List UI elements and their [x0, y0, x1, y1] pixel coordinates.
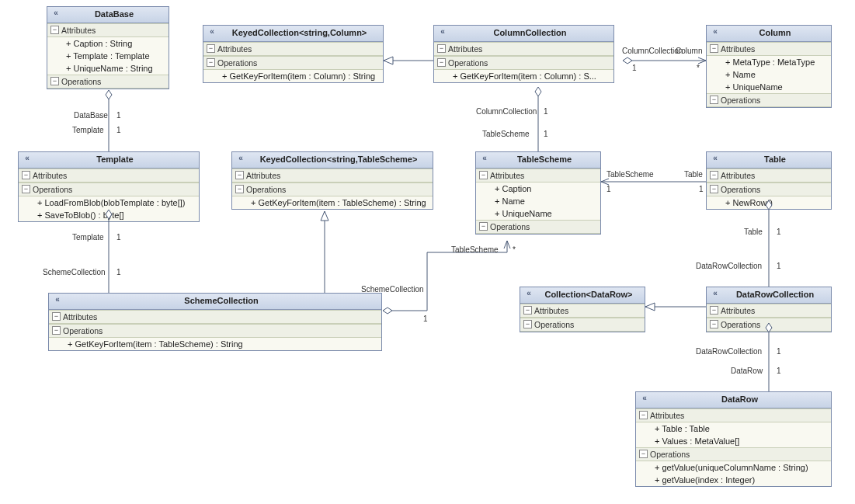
label-star: * [697, 64, 700, 72]
attributes-section: −Attributes [707, 42, 831, 56]
minus-icon[interactable]: − [710, 96, 718, 104]
minus-icon[interactable]: − [50, 26, 59, 34]
label-1: 1 [116, 233, 121, 242]
chevron-up-icon: « [711, 27, 720, 36]
attributes-section: −Attributes [232, 169, 433, 182]
operations-section: −Operations [707, 318, 831, 332]
class-title: «KeyedCollection<string,TableScheme> [232, 152, 433, 169]
attribute-item: + UniqueName [476, 207, 600, 220]
attributes-section: −Attributes [707, 304, 831, 318]
label-column-collection: ColumnCollection [622, 47, 683, 55]
operations-section: −Operations [203, 56, 383, 70]
minus-icon[interactable]: − [235, 171, 244, 179]
operation-item: + SaveToBlob() : byte[] [19, 209, 199, 221]
class-column-collection[interactable]: «ColumnCollection −Attributes −Operation… [433, 25, 614, 83]
minus-icon[interactable]: − [710, 185, 718, 193]
label-1: 1 [632, 64, 637, 72]
minus-icon[interactable]: − [479, 222, 488, 231]
minus-icon[interactable]: − [639, 411, 648, 419]
operation-item: + getValue(uniqueColumnName : String) [636, 461, 831, 474]
class-scheme-collection[interactable]: «SchemeCollection −Attributes −Operation… [48, 293, 382, 351]
class-column[interactable]: «Column −Attributes + MetaType : MetaTyp… [706, 25, 832, 108]
label-1: 1 [423, 315, 428, 323]
minus-icon[interactable]: − [479, 171, 488, 179]
class-title: «DataRowCollection [707, 287, 831, 304]
label-1: 1 [777, 262, 781, 270]
operation-item: + GetKeyForItem(item : TableScheme) : St… [49, 338, 381, 350]
chevron-up-icon: « [640, 394, 649, 403]
class-database[interactable]: «DataBase −Attributes + Caption : String… [47, 6, 169, 89]
attributes-section: −Attributes [520, 304, 645, 318]
label-1: 1 [116, 268, 121, 276]
label-column: Column [676, 47, 702, 55]
minus-icon[interactable]: − [235, 185, 244, 193]
class-title: «Column [707, 26, 831, 42]
minus-icon[interactable]: − [523, 306, 532, 315]
minus-icon[interactable]: − [52, 326, 61, 335]
class-template[interactable]: «Template −Attributes −Operations + Load… [18, 151, 200, 222]
minus-icon[interactable]: − [523, 320, 532, 328]
attribute-item: + Name [707, 68, 831, 81]
class-title: «SchemeCollection [49, 294, 381, 310]
label-datarowcollection: DataRowCollection [696, 262, 762, 270]
class-table[interactable]: «Table −Attributes −Operations + NewRow(… [706, 151, 832, 210]
minus-icon[interactable]: − [437, 58, 446, 67]
label-table: Table [684, 170, 703, 179]
minus-icon[interactable]: − [437, 44, 446, 53]
minus-icon[interactable]: − [207, 44, 215, 53]
attribute-item: + Table : Table [636, 422, 831, 435]
label-template: Template [72, 233, 104, 242]
minus-icon[interactable]: − [710, 171, 718, 179]
minus-icon[interactable]: − [22, 185, 30, 193]
class-collection-datarow[interactable]: «Collection<DataRow> −Attributes −Operat… [520, 287, 645, 332]
label-tablescheme: TableScheme [482, 130, 530, 138]
label-1: 1 [606, 185, 611, 193]
label-star: * [513, 245, 516, 254]
label-1: 1 [544, 107, 548, 116]
class-title: «DataBase [47, 7, 169, 23]
minus-icon[interactable]: − [710, 306, 718, 315]
minus-icon[interactable]: − [710, 320, 718, 328]
class-datarow-collection[interactable]: «DataRowCollection −Attributes −Operatio… [706, 287, 832, 332]
chevron-up-icon: « [438, 27, 447, 36]
operation-item: + getValue(index : Integer) [636, 474, 831, 486]
attribute-item: + Values : MetaValue[] [636, 435, 831, 447]
attribute-item: + UniqueName : String [47, 62, 169, 75]
class-title: «KeyedCollection<string,Column> [203, 26, 383, 42]
minus-icon[interactable]: − [710, 44, 718, 53]
label-1: 1 [116, 111, 121, 120]
operation-item: + GetKeyForItem(item : TableScheme) : St… [232, 196, 433, 209]
class-title: «Template [19, 152, 199, 169]
class-keyed-collection-tablescheme[interactable]: «KeyedCollection<string,TableScheme> −At… [231, 151, 433, 210]
label-datarow: DataRow [731, 367, 763, 375]
chevron-up-icon: « [53, 295, 62, 304]
class-title: «ColumnCollection [434, 26, 613, 42]
minus-icon[interactable]: − [52, 312, 61, 321]
attribute-item: + Caption [476, 182, 600, 195]
minus-icon[interactable]: − [22, 171, 30, 179]
minus-icon[interactable]: − [50, 77, 59, 85]
label-table: Table [744, 228, 763, 236]
class-tablescheme[interactable]: «TableScheme −Attributes + Caption + Nam… [475, 151, 601, 235]
class-title: «Collection<DataRow> [520, 287, 645, 304]
minus-icon[interactable]: − [207, 58, 215, 67]
label-datarowcollection: DataRowCollection [696, 347, 762, 356]
minus-icon[interactable]: − [639, 450, 648, 458]
chevron-up-icon: « [480, 154, 489, 163]
chevron-up-icon: « [236, 154, 245, 163]
label-column-collection: ColumnCollection [476, 107, 537, 116]
operations-section: −Operations [707, 93, 831, 107]
label-1: 1 [777, 367, 781, 375]
label-1: 1 [777, 228, 781, 236]
attributes-section: −Attributes [707, 169, 831, 182]
class-keyed-collection-column[interactable]: «KeyedCollection<string,Column> −Attribu… [203, 25, 384, 83]
class-title: «Table [707, 152, 831, 169]
class-title: «DataRow [636, 392, 831, 408]
operation-item: + GetKeyForItem(item : Column) : String [203, 70, 383, 82]
attributes-section: −Attributes [49, 310, 381, 324]
label-template: Template [72, 126, 104, 134]
class-datarow[interactable]: «DataRow −Attributes + Table : Table + V… [635, 391, 832, 487]
operations-section: −Operations [232, 182, 433, 196]
attribute-item: + Caption : String [47, 37, 169, 50]
attributes-section: −Attributes [47, 23, 169, 37]
